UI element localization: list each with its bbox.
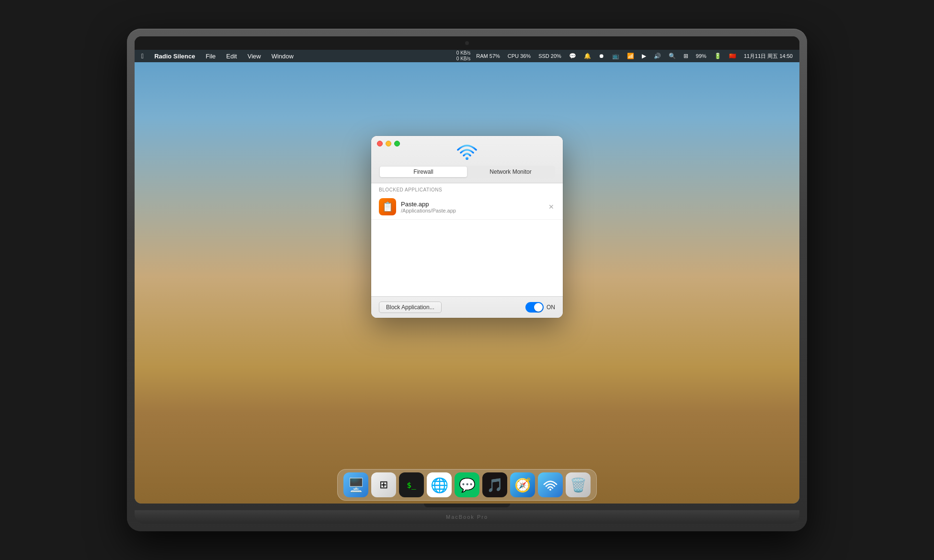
cpu-stat[interactable]: CPU 36% <box>506 52 533 60</box>
menubar-edit[interactable]: Edit <box>224 52 239 61</box>
play-icon[interactable]: ▶ <box>640 52 648 60</box>
maximize-button[interactable] <box>394 141 400 146</box>
battery-pct[interactable]: 99% <box>694 52 708 60</box>
menubar-window[interactable]: Window <box>270 52 296 61</box>
finder-icon: 🖥️ <box>348 477 364 493</box>
chrome-icon: 🌐 <box>431 477 448 493</box>
battery-icon[interactable]: 🔋 <box>712 52 723 60</box>
menubar-file[interactable]: File <box>204 52 217 61</box>
paste-icon-emoji: 📋 <box>382 201 394 213</box>
toggle-label: ON <box>547 304 555 311</box>
menubar-view[interactable]: View <box>246 52 263 61</box>
trash-icon: 🗑️ <box>570 477 587 493</box>
dock-icon-wechat[interactable]: 💬 <box>455 472 479 497</box>
wifi-svg-icon <box>456 142 478 160</box>
volume-icon[interactable]: 🔊 <box>652 52 663 60</box>
notification-center[interactable]: 🔔 <box>582 52 593 60</box>
close-button[interactable] <box>377 141 383 146</box>
wifi-menu[interactable]: 📶 <box>625 52 636 60</box>
dock-icon-finder[interactable]: 🖥️ <box>343 472 368 497</box>
toggle-knob <box>534 303 543 312</box>
paste-app-icon: 📋 <box>379 198 396 215</box>
app-info: Paste.app /Applications/Paste.app <box>401 201 547 213</box>
dock-icon-terminal[interactable]: $_ <box>399 472 424 497</box>
macbook-shell:  Radio Silence File Edit View Window 0 … <box>127 29 807 531</box>
screen-record[interactable]: ⏺ <box>597 52 606 60</box>
ram-stat[interactable]: RAM 57% <box>474 52 502 60</box>
dialog-titlebar: Firewall Network Monitor <box>371 136 563 183</box>
camera-dot <box>465 41 469 45</box>
datetime[interactable]: 11月11日 周五 14:50 <box>742 52 795 61</box>
grid-icon[interactable]: ⊞ <box>682 52 690 60</box>
dock-icon-radiosilence[interactable] <box>538 472 563 497</box>
spotify-icon: 🎵 <box>487 477 503 493</box>
firewall-toggle[interactable] <box>525 302 544 313</box>
radio-silence-dialog: Firewall Network Monitor BLOCKED APPLICA… <box>371 136 563 318</box>
dock-icon-trash[interactable]: 🗑️ <box>566 472 591 497</box>
safari-icon: 🧭 <box>514 477 531 493</box>
ssd-stat[interactable]: SSD 20% <box>536 52 563 60</box>
macbook-logo-text: MacBook Pro <box>446 514 488 520</box>
screen-bezel:  Radio Silence File Edit View Window 0 … <box>135 36 799 504</box>
app-name: Paste.app <box>401 201 547 208</box>
block-application-button[interactable]: Block Application... <box>379 302 442 313</box>
tab-bar: Firewall Network Monitor <box>379 166 555 178</box>
screen:  Radio Silence File Edit View Window 0 … <box>135 50 799 504</box>
svg-point-0 <box>466 157 468 160</box>
flag-icon[interactable]: 🇨🇳 <box>727 52 738 60</box>
wifi-icon-large <box>455 142 479 161</box>
dock: 🖥️ ⊞ $_ 🌐 💬 <box>337 469 597 501</box>
network-stats: 0 KB/s 0 KB/s <box>456 50 470 62</box>
dock-icon-chrome[interactable]: 🌐 <box>427 472 452 497</box>
macbook-logo-bar: MacBook Pro <box>135 510 799 524</box>
dock-icon-safari[interactable]: 🧭 <box>510 472 535 497</box>
menubar-left:  Radio Silence File Edit View Window <box>139 51 296 61</box>
macbook-notch <box>424 504 510 507</box>
dock-icon-launchpad[interactable]: ⊞ <box>371 472 396 497</box>
tab-firewall[interactable]: Firewall <box>380 167 467 177</box>
app-row: 📋 Paste.app /Applications/Paste.app ✕ <box>371 194 563 220</box>
remove-app-button[interactable]: ✕ <box>547 203 555 211</box>
macbook-bottom: MacBook Pro <box>135 504 799 524</box>
menubar-right: 0 KB/s 0 KB/s RAM 57% CPU 36% SSD 20% 💬 … <box>456 50 795 62</box>
tab-network-monitor[interactable]: Network Monitor <box>467 167 554 177</box>
radiosilence-dock-icon <box>543 479 558 491</box>
app-path: /Applications/Paste.app <box>401 208 547 213</box>
apple-menu[interactable]:  <box>139 51 146 61</box>
wechat-menubar[interactable]: 💬 <box>567 52 578 60</box>
dialog-footer: Block Application... ON <box>371 296 563 318</box>
airplay-icon[interactable]: 📺 <box>610 52 621 60</box>
section-label: BLOCKED APPLICATIONS <box>371 183 563 194</box>
terminal-icon: $_ <box>407 481 416 490</box>
launchpad-icon: ⊞ <box>379 479 388 491</box>
minimize-button[interactable] <box>386 141 391 146</box>
toggle-area: ON <box>525 302 555 313</box>
camera-bar <box>135 36 799 50</box>
menubar:  Radio Silence File Edit View Window 0 … <box>135 50 799 62</box>
dialog-body: BLOCKED APPLICATIONS 📋 Paste.app /Applic… <box>371 183 563 296</box>
dock-icon-spotify[interactable]: 🎵 <box>482 472 507 497</box>
traffic-lights <box>377 141 400 146</box>
menubar-app-name[interactable]: Radio Silence <box>152 52 197 61</box>
wechat-icon: 💬 <box>459 477 476 493</box>
empty-area <box>371 220 563 296</box>
svg-point-1 <box>549 489 551 491</box>
search-icon[interactable]: 🔍 <box>667 52 678 60</box>
